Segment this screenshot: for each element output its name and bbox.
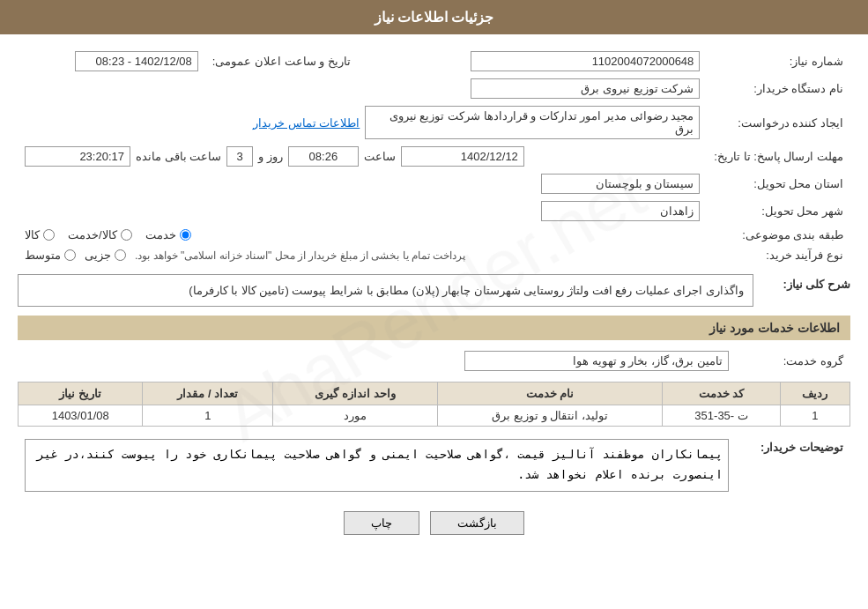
radio-goods[interactable]: کالا [25, 228, 55, 241]
city-label: شهر محل تحویل: [707, 197, 850, 225]
proc-note: پرداخت تمام یا بخشی از مبلغ خریدار از مح… [135, 249, 465, 262]
need-number-label: شماره نیاز: [707, 48, 850, 75]
province-value: سیستان و بلوچستان [541, 174, 700, 194]
proc-medium[interactable]: متوسط [25, 249, 76, 262]
deadline-time-label: ساعت [364, 150, 396, 163]
creator-value: مجید رضوائی مدیر امور تدارکات و قرارداده… [365, 106, 700, 139]
cell-unit: مورد [273, 405, 437, 427]
deadline-time: 08:26 [288, 146, 359, 167]
col-row: ردیف [780, 382, 849, 405]
province-label: استان محل تحویل: [707, 170, 850, 197]
services-table: ردیف کد خدمت نام خدمت واحد اندازه گیری ت… [18, 382, 850, 427]
radio-service-label: خدمت [145, 228, 176, 241]
radio-goods-input[interactable] [43, 229, 55, 241]
page-title: جزئیات اطلاعات نیاز [0, 0, 868, 34]
category-label: طبقه بندی موضوعی: [707, 225, 850, 245]
col-code: کد خدمت [663, 382, 780, 405]
deadline-remaining: 23:20:17 [25, 146, 130, 167]
radio-goods-service-input[interactable] [121, 229, 132, 241]
col-qty: تعداد / مقدار [143, 382, 273, 405]
col-date: تاریخ نیاز [19, 382, 143, 405]
description-value: واگذاری اجرای عملیات رفع افت ولتاژ روستا… [18, 274, 753, 307]
buyer-desc-textarea[interactable] [25, 439, 729, 492]
cell-row: 1 [780, 405, 849, 427]
deadline-label: مهلت ارسال پاسخ: تا تاریخ: [707, 143, 850, 170]
deadline-date: 1402/12/12 [401, 146, 524, 167]
buyer-value: شرکت توزیع نیروی برق [471, 78, 700, 99]
contact-link[interactable]: اطلاعات تماس خریدار [253, 116, 360, 130]
cell-qty: 1 [143, 405, 273, 427]
services-header: اطلاعات خدمات مورد نیاز [18, 316, 850, 340]
radio-goods-label: کالا [25, 228, 40, 241]
city-value: زاهدان [541, 201, 700, 221]
need-number-value: 1102004072000648 [471, 51, 700, 71]
creator-label: ایجاد کننده درخواست: [707, 102, 850, 143]
proc-medium-input[interactable] [64, 249, 76, 261]
description-label: شرح کلی نیاز: [762, 274, 850, 291]
cell-code: ت -35-351 [663, 405, 780, 427]
service-group-value: تامین برق، گاز، بخار و تهویه هوا [464, 351, 729, 371]
deadline-remaining-label: ساعت باقی مانده [136, 150, 221, 163]
table-row: 1 ت -35-351 تولید، انتقال و توزیع برق مو… [19, 405, 850, 427]
col-unit: واحد اندازه گیری [273, 382, 437, 405]
print-button[interactable]: چاپ [344, 511, 419, 535]
proc-type-label: نوع فرآیند خرید: [707, 245, 850, 265]
announce-label: تاریخ و ساعت اعلان عمومی: [205, 48, 358, 75]
radio-goods-service-label: کالا/خدمت [68, 228, 117, 241]
proc-partial[interactable]: جزیی [85, 249, 126, 262]
action-buttons: بازگشت چاپ [18, 511, 850, 535]
deadline-days: 3 [226, 146, 253, 167]
deadline-day-label: روز و [258, 150, 283, 163]
cell-name: تولید، انتقال و توزیع برق [437, 405, 663, 427]
proc-partial-input[interactable] [115, 249, 126, 261]
proc-partial-label: جزیی [85, 249, 111, 262]
cell-date: 1403/01/08 [19, 405, 143, 427]
col-name: نام خدمت [437, 382, 663, 405]
buyer-desc-label: توضیحات خریدار: [736, 435, 850, 498]
radio-service-input[interactable] [180, 229, 191, 241]
back-button[interactable]: بازگشت [430, 511, 524, 535]
announce-value: 1402/12/08 - 08:23 [75, 51, 198, 71]
buyer-label: نام دستگاه خریدار: [707, 75, 850, 102]
proc-medium-label: متوسط [25, 249, 61, 262]
radio-goods-service[interactable]: کالا/خدمت [68, 228, 132, 241]
service-group-label: گروه خدمت: [736, 347, 850, 375]
radio-service[interactable]: خدمت [145, 228, 191, 241]
